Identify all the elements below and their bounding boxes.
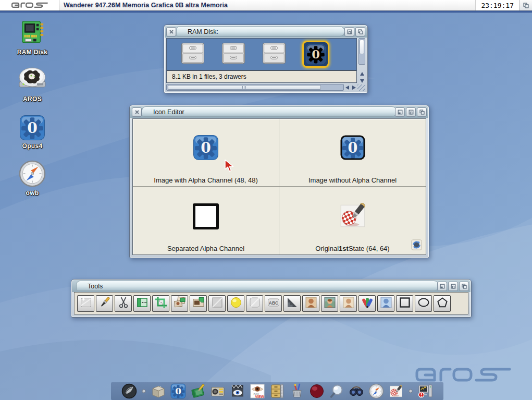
photo-light-tool-button[interactable] [340, 295, 357, 312]
iconify-gadget[interactable] [437, 282, 447, 291]
dock-magnifier[interactable] [329, 383, 344, 399]
close-gadget[interactable] [166, 27, 176, 37]
dock-video-viewer[interactable] [230, 383, 245, 399]
gear-zero-icon: 0 [193, 135, 219, 163]
editor-quadrant-3[interactable]: Separated Alpha Channel [133, 187, 279, 254]
dock-red-sphere[interactable] [309, 383, 325, 399]
window-title: RAM Disk: [188, 26, 218, 38]
rectangle-tool-button[interactable] [396, 295, 413, 312]
close-gadget[interactable] [132, 107, 142, 117]
hscroll-thumb[interactable] [168, 85, 321, 90]
vscroll-track[interactable] [358, 38, 365, 65]
sheet-light-tool-button[interactable] [246, 295, 263, 312]
dock-separator-dot [408, 389, 413, 394]
desktop-icon-opus4[interactable]: 0 Opus4 [8, 112, 56, 150]
ram-item-3[interactable] [262, 41, 287, 66]
paste-image-tool-button[interactable] [190, 295, 207, 312]
copy-image-tool-button[interactable] [171, 295, 188, 312]
color-fan-tool-button[interactable] [358, 295, 376, 312]
color-fan-tool-icon [361, 296, 374, 311]
photo-color-tool-button[interactable] [321, 295, 338, 312]
sheet-tool-button[interactable] [208, 295, 226, 312]
vertical-scrollbar[interactable] [358, 38, 365, 83]
scroll-up-arrow[interactable] [360, 72, 364, 76]
sheet-light-tool-icon [248, 296, 262, 311]
scissors-tool-button[interactable] [115, 295, 132, 312]
polygon-tool-button[interactable] [434, 295, 451, 312]
tools-window[interactable]: Tools ABC [71, 279, 472, 318]
quadrant-label: Separated Alpha Channel [133, 242, 279, 254]
quadrant-label: Image without Alpha Channel [279, 174, 426, 186]
dock-notepad-book[interactable] [190, 383, 206, 399]
icon-editor-titlebar[interactable]: Icon Editor [130, 106, 428, 118]
text-abc-tool-button[interactable]: ABC [265, 295, 282, 312]
dock-multimedia-player[interactable] [210, 383, 226, 399]
resize-grip[interactable] [357, 84, 365, 91]
photo-negative-tool-button[interactable] [377, 295, 394, 312]
screen-title-bar[interactable]: Wanderer 947.26M Memoria Grafica 0B altr… [0, 0, 532, 11]
dock-binoculars[interactable] [349, 383, 364, 399]
icon-editor-window[interactable]: Icon Editor 0 Image with Alpha Channel (… [129, 105, 429, 258]
dock-package-box[interactable] [151, 383, 166, 399]
iconify-gadget[interactable] [395, 107, 405, 117]
dock-owb-compass[interactable] [368, 383, 384, 399]
gradient-wedge-tool-button[interactable] [283, 295, 301, 312]
paintbrush-tool-icon [98, 296, 112, 311]
scroll-left-arrow[interactable] [345, 86, 349, 90]
dock-system-monitor[interactable] [417, 383, 433, 399]
desktop-icon-label: owb [26, 189, 39, 197]
window-title: Icon Editor [153, 106, 184, 118]
ram-icon-field[interactable]: 0 [167, 39, 356, 70]
horizontal-scrollbar[interactable] [166, 84, 365, 91]
dock-wanderer-logo[interactable] [121, 383, 137, 399]
ellipse-tool-button[interactable] [415, 295, 432, 312]
dock-archiver-cabinet[interactable] [269, 383, 285, 399]
screen-depth-gadget[interactable] [519, 0, 532, 10]
hscroll-track[interactable] [166, 84, 344, 91]
yellow-ball-tool-button[interactable] [227, 295, 244, 312]
desktop-icon-ram-disk[interactable]: RAM Disk [8, 18, 56, 56]
ellipse-tool-icon [417, 296, 430, 311]
editor-quadrant-4[interactable]: Original 1st State (64, 64) [279, 187, 426, 254]
tools-titlebar[interactable]: Tools [72, 280, 471, 292]
selection-frame-tool-icon [135, 296, 149, 311]
copy-image-tool-icon [173, 296, 187, 311]
ram-window-main: 0 8.1 KB in 1 files, 3 drawers [166, 38, 357, 83]
icon-editor-gadgets [395, 107, 427, 117]
depth-gadget[interactable] [355, 27, 365, 37]
dock-icon-editor-boing[interactable] [388, 383, 404, 399]
selection-frame-tool-button[interactable] [133, 295, 151, 312]
crop-tool-button[interactable] [152, 295, 169, 312]
scroll-down-arrow[interactable] [360, 79, 364, 83]
scissors-tool-icon [117, 296, 130, 311]
desktop-icon-owb[interactable]: owb [8, 159, 56, 197]
dock-opus-gear[interactable]: 0 [170, 383, 186, 399]
boing-pen-icon [337, 200, 368, 233]
zoom-gadget[interactable] [344, 27, 354, 37]
screen-bar-border [0, 11, 532, 13]
dock-zune-view[interactable]: zuneVIEW [250, 383, 265, 399]
ram-status-bar: 8.1 KB in 1 files, 3 drawers [167, 70, 356, 82]
ram-disk-window[interactable]: RAM Disk: [164, 25, 368, 93]
gear-zero-framed-icon: 0 [340, 135, 365, 162]
editor-quadrant-1[interactable]: 0 Image with Alpha Channel (48, 48) [133, 119, 279, 187]
editor-quadrant-2[interactable]: 0 Image without Alpha Channel [279, 119, 426, 187]
desktop-icon-aros[interactable]: AROS [8, 65, 56, 103]
dock-paint-tools[interactable] [289, 383, 305, 399]
new-image-tool-button[interactable] [77, 295, 94, 312]
desktop-icon-label: Opus4 [22, 142, 43, 150]
vscroll-thumb[interactable] [360, 40, 364, 54]
ram-item-2[interactable] [221, 41, 246, 66]
photo-sepia-tool-button[interactable] [302, 295, 319, 312]
depth-gadget[interactable] [417, 107, 427, 117]
refresh-icon[interactable] [411, 239, 422, 252]
paintbrush-tool-button[interactable] [96, 295, 113, 312]
zoom-gadget[interactable] [406, 107, 416, 117]
ram-item-1[interactable] [180, 41, 205, 66]
zoom-gadget[interactable] [448, 282, 458, 291]
ram-window-titlebar[interactable]: RAM Disk: [165, 26, 367, 38]
depth-gadget[interactable] [459, 282, 469, 291]
dock-separator-dot [141, 389, 146, 394]
ram-item-4-selected[interactable]: 0 [302, 41, 329, 68]
scroll-right-arrow[interactable] [352, 86, 356, 90]
